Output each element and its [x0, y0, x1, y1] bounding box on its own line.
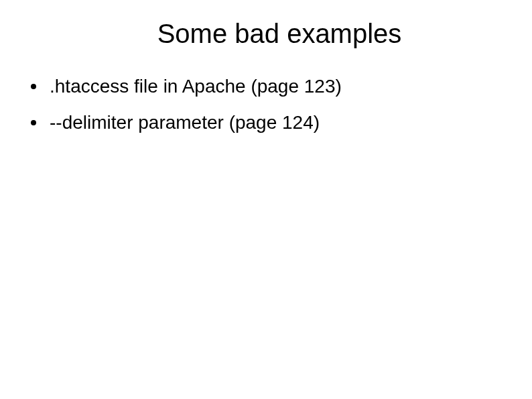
bullet-text: --delimiter parameter (page 124): [50, 111, 320, 135]
bullet-icon: [31, 120, 36, 125]
slide-container: Some bad examples .htaccess file in Apac…: [0, 0, 532, 399]
bullet-text: .htaccess file in Apache (page 123): [50, 74, 342, 99]
list-item: .htaccess file in Apache (page 123): [31, 74, 505, 99]
list-item: --delimiter parameter (page 124): [31, 111, 505, 135]
slide-title: Some bad examples: [54, 19, 505, 49]
bullet-list: .htaccess file in Apache (page 123) --de…: [27, 74, 505, 135]
bullet-icon: [31, 84, 36, 89]
